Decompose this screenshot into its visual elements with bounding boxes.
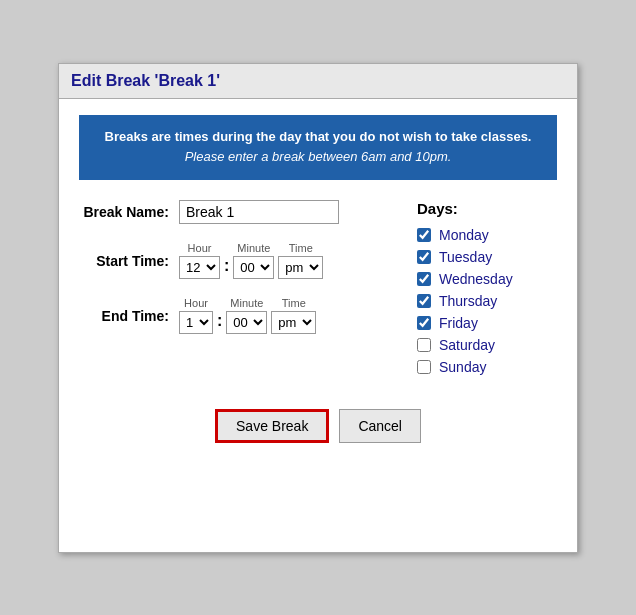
start-time-label: Start Time: (79, 253, 179, 269)
day-row-friday: Friday (417, 315, 557, 331)
end-ampm-select[interactable]: pm (271, 311, 316, 334)
day-row-monday: Monday (417, 227, 557, 243)
end-ampm-part: Time pm (271, 297, 316, 334)
day-checkbox-friday[interactable] (417, 316, 431, 330)
start-hour-select[interactable]: 12 (179, 256, 220, 279)
end-time-row: End Time: Hour 1 : Minute 00 (79, 297, 387, 334)
day-label-friday: Friday (439, 315, 478, 331)
time-label-start: Time (289, 242, 313, 254)
left-section: Break Name: Start Time: Hour 12 : (79, 200, 387, 381)
end-hour-select[interactable]: 1 (179, 311, 213, 334)
colon-start: : (224, 257, 229, 279)
start-minute-select[interactable]: 00 (233, 256, 274, 279)
day-row-wednesday: Wednesday (417, 271, 557, 287)
hour-label-end: Hour (184, 297, 208, 309)
cancel-button[interactable]: Cancel (339, 409, 421, 443)
break-name-row: Break Name: (79, 200, 387, 224)
start-time-group: Hour 12 : Minute 00 (179, 242, 323, 279)
day-row-thursday: Thursday (417, 293, 557, 309)
day-label-monday: Monday (439, 227, 489, 243)
end-time-group: Hour 1 : Minute 00 (179, 297, 316, 334)
break-name-input[interactable] (179, 200, 339, 224)
info-box: Breaks are times during the day that you… (79, 115, 557, 181)
day-checkbox-thursday[interactable] (417, 294, 431, 308)
day-row-saturday: Saturday (417, 337, 557, 353)
days-section: Days: MondayTuesdayWednesdayThursdayFrid… (417, 200, 557, 381)
day-row-sunday: Sunday (417, 359, 557, 375)
day-label-sunday: Sunday (439, 359, 486, 375)
day-label-thursday: Thursday (439, 293, 497, 309)
edit-break-dialog: Edit Break 'Break 1' Breaks are times du… (58, 63, 578, 553)
end-hour-part: Hour 1 (179, 297, 213, 334)
time-label-end: Time (282, 297, 306, 309)
end-time-label: End Time: (79, 308, 179, 324)
end-minute-part: Minute 00 (226, 297, 267, 334)
day-row-tuesday: Tuesday (417, 249, 557, 265)
start-ampm-select[interactable]: pm (278, 256, 323, 279)
start-time-row: Start Time: Hour 12 : Minute 00 (79, 242, 387, 279)
minute-label-start: Minute (237, 242, 270, 254)
day-label-wednesday: Wednesday (439, 271, 513, 287)
start-minute-part: Minute 00 (233, 242, 274, 279)
end-minute-select[interactable]: 00 (226, 311, 267, 334)
info-line1: Breaks are times during the day that you… (95, 127, 541, 148)
break-name-label: Break Name: (79, 204, 179, 220)
day-checkbox-wednesday[interactable] (417, 272, 431, 286)
colon-end: : (217, 312, 222, 334)
day-checkbox-saturday[interactable] (417, 338, 431, 352)
start-hour-part: Hour 12 (179, 242, 220, 279)
days-label: Days: (417, 200, 557, 217)
hour-label-start: Hour (188, 242, 212, 254)
info-line2: Please enter a break between 6am and 10p… (95, 147, 541, 168)
day-checkbox-monday[interactable] (417, 228, 431, 242)
dialog-body: Breaks are times during the day that you… (59, 99, 577, 464)
days-container: MondayTuesdayWednesdayThursdayFridaySatu… (417, 227, 557, 375)
dialog-title: Edit Break 'Break 1' (59, 64, 577, 99)
start-ampm-part: Time pm (278, 242, 323, 279)
day-label-tuesday: Tuesday (439, 249, 492, 265)
day-checkbox-tuesday[interactable] (417, 250, 431, 264)
form-section: Break Name: Start Time: Hour 12 : (79, 200, 557, 381)
day-checkbox-sunday[interactable] (417, 360, 431, 374)
save-button[interactable]: Save Break (215, 409, 329, 443)
day-label-saturday: Saturday (439, 337, 495, 353)
minute-label-end: Minute (230, 297, 263, 309)
button-row: Save Break Cancel (79, 409, 557, 443)
